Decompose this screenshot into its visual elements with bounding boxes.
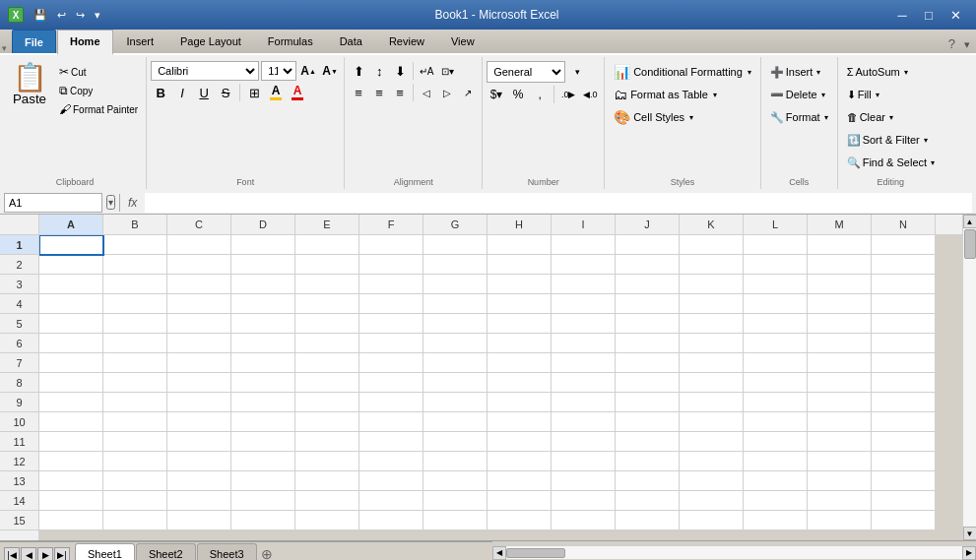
row-header-5[interactable]: 5: [0, 314, 38, 334]
clear-button[interactable]: 🗑 Clear ▾: [842, 106, 940, 128]
copy-button[interactable]: ⧉ Copy: [55, 82, 142, 99]
increase-decimal-button[interactable]: .0▶: [558, 85, 578, 104]
sheet-prev-btn[interactable]: ◀: [21, 547, 36, 560]
cell-M1[interactable]: [808, 235, 872, 255]
minimize-button[interactable]: ─: [889, 5, 915, 25]
cell-N2[interactable]: [872, 255, 936, 275]
scroll-thumb-vertical[interactable]: [964, 229, 976, 259]
insert-button[interactable]: ➕ Insert ▾: [765, 61, 833, 83]
cell-B2[interactable]: [103, 255, 167, 275]
scroll-left-button[interactable]: ◀: [492, 546, 506, 560]
scroll-track-vertical[interactable]: [963, 228, 976, 527]
tab-formulas[interactable]: Formulas: [255, 30, 326, 53]
align-left-button[interactable]: ≡: [349, 83, 368, 102]
decrease-font-button[interactable]: A▼: [320, 61, 340, 81]
name-box[interactable]: A1: [4, 193, 102, 213]
cell-F1[interactable]: [359, 235, 423, 255]
comma-button[interactable]: ,: [530, 85, 550, 104]
cell-G2[interactable]: [423, 255, 488, 275]
percent-button[interactable]: %: [508, 85, 528, 104]
paste-button[interactable]: 📋 Paste: [8, 61, 51, 109]
scroll-thumb-horizontal[interactable]: [506, 548, 565, 558]
number-format-expand[interactable]: ▾: [567, 62, 587, 82]
underline-button[interactable]: U: [194, 83, 214, 102]
align-center-button[interactable]: ≡: [369, 83, 389, 102]
col-header-H[interactable]: H: [488, 215, 552, 234]
col-header-B[interactable]: B: [103, 215, 167, 234]
horizontal-scrollbar[interactable]: ◀ ▶: [492, 545, 977, 559]
formula-input[interactable]: [145, 193, 972, 213]
col-header-L[interactable]: L: [744, 215, 808, 234]
font-color-button[interactable]: A: [288, 83, 307, 102]
cell-C2[interactable]: [167, 255, 231, 275]
format-as-table-button[interactable]: 🗂 Format as Table ▾: [609, 84, 756, 105]
cell-J1[interactable]: [616, 235, 680, 255]
sheet-last-btn[interactable]: ▶|: [54, 547, 70, 560]
cell-A2[interactable]: [39, 255, 103, 275]
col-header-M[interactable]: M: [808, 215, 872, 234]
row-header-11[interactable]: 11: [0, 432, 38, 452]
cell-D2[interactable]: [231, 255, 295, 275]
align-right-button[interactable]: ≡: [390, 83, 410, 102]
cell-I1[interactable]: [552, 235, 616, 255]
align-bottom-button[interactable]: ⬇: [390, 61, 410, 81]
cell-N1[interactable]: [872, 235, 936, 255]
scroll-right-button[interactable]: ▶: [962, 546, 976, 560]
scroll-up-button[interactable]: ▲: [963, 215, 977, 228]
cell-L1[interactable]: [744, 235, 808, 255]
cell-B1[interactable]: [103, 235, 167, 255]
sort-filter-button[interactable]: 🔃 Sort & Filter ▾: [842, 129, 940, 151]
format-painter-button[interactable]: 🖌 Format Painter: [55, 100, 142, 118]
cell-M2[interactable]: [808, 255, 872, 275]
tab-insert[interactable]: Insert: [114, 30, 167, 53]
align-middle-button[interactable]: ↕: [369, 61, 389, 81]
sheet-tab-sheet2[interactable]: Sheet2: [136, 543, 196, 560]
cut-button[interactable]: ✂ Cut: [55, 63, 142, 81]
sheet-tab-sheet1[interactable]: Sheet1: [75, 543, 135, 560]
col-header-E[interactable]: E: [295, 215, 359, 234]
tab-page-layout[interactable]: Page Layout: [167, 30, 254, 53]
row-header-13[interactable]: 13: [0, 471, 38, 491]
row-header-9[interactable]: 9: [0, 393, 38, 412]
row-header-1[interactable]: 1: [0, 235, 38, 255]
row-header-7[interactable]: 7: [0, 353, 38, 373]
currency-button[interactable]: $▾: [487, 85, 506, 104]
cell-F2[interactable]: [359, 255, 423, 275]
maximize-button[interactable]: □: [916, 5, 942, 25]
cell-E2[interactable]: [295, 255, 359, 275]
scroll-track-horizontal[interactable]: [506, 546, 963, 559]
strikethrough-button[interactable]: S: [216, 83, 235, 102]
col-header-K[interactable]: K: [680, 215, 744, 234]
cell-I2[interactable]: [552, 255, 616, 275]
close-button[interactable]: ✕: [943, 5, 968, 25]
tab-view[interactable]: View: [438, 30, 488, 53]
col-header-G[interactable]: G: [423, 215, 488, 234]
row-header-4[interactable]: 4: [0, 294, 38, 314]
col-header-D[interactable]: D: [231, 215, 295, 234]
increase-indent-button[interactable]: ▷: [437, 83, 457, 102]
cell-A1[interactable]: [39, 235, 103, 255]
borders-button[interactable]: ⊞: [244, 83, 264, 102]
decrease-decimal-button[interactable]: ◀.0: [580, 85, 600, 104]
font-name-select[interactable]: Calibri: [151, 61, 259, 81]
tab-home[interactable]: Home: [57, 30, 113, 55]
cell-G1[interactable]: [423, 235, 488, 255]
format-button[interactable]: 🔧 Format ▾: [765, 106, 833, 128]
cell-K1[interactable]: [680, 235, 744, 255]
cell-H1[interactable]: [488, 235, 552, 255]
cell-C1[interactable]: [167, 235, 231, 255]
sheet-next-btn[interactable]: ▶: [37, 547, 53, 560]
qat-save[interactable]: 💾: [30, 7, 51, 24]
qat-dropdown[interactable]: ▾: [91, 7, 104, 24]
add-sheet-button[interactable]: ⊕: [258, 545, 276, 560]
tab-review[interactable]: Review: [376, 30, 437, 53]
orientation-button[interactable]: ↗: [458, 83, 478, 102]
autosum-button[interactable]: Σ AutoSum ▾: [842, 61, 940, 83]
cell-K2[interactable]: [680, 255, 744, 275]
decrease-indent-button[interactable]: ◁: [417, 83, 436, 102]
cell-L2[interactable]: [744, 255, 808, 275]
cell-H2[interactable]: [488, 255, 552, 275]
tab-file[interactable]: File: [12, 30, 56, 53]
col-header-I[interactable]: I: [552, 215, 616, 234]
row-header-2[interactable]: 2: [0, 255, 38, 275]
